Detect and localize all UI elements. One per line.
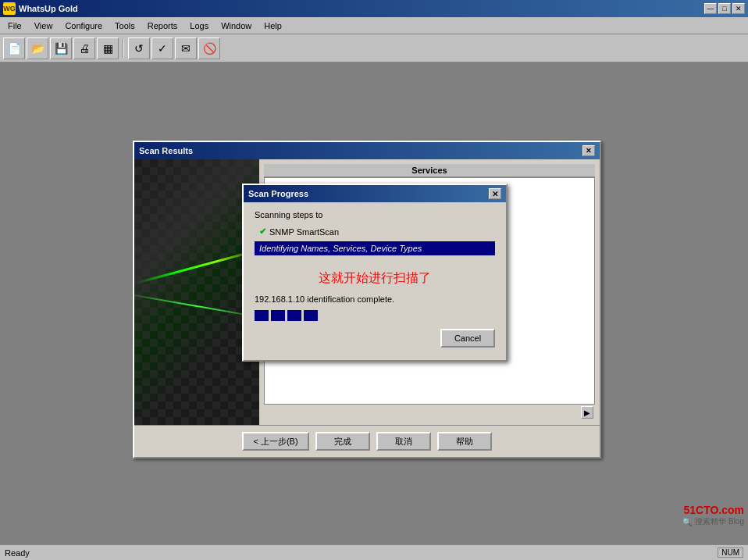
progress-block-4 bbox=[304, 310, 318, 321]
minimize-button[interactable]: — bbox=[704, 3, 717, 14]
scroll-arrow-area: ▶ bbox=[264, 405, 595, 420]
scroll-right-button[interactable]: ▶ bbox=[581, 406, 593, 419]
progress-block-3 bbox=[287, 310, 301, 321]
menu-file[interactable]: File bbox=[2, 20, 28, 32]
scan-results-image bbox=[134, 159, 259, 425]
watermark-51cto: 51CTO.com bbox=[683, 504, 744, 516]
back-button[interactable]: < 上一步(B) bbox=[242, 432, 308, 451]
toolbar-refresh[interactable]: ↺ bbox=[128, 37, 150, 59]
scan-progress-dialog: Scan Progress ✕ Scanning steps to ✔ SNMP… bbox=[242, 184, 508, 362]
toolbar-mail[interactable]: ✉ bbox=[175, 37, 197, 59]
step-identifying-label: Identifying Names, Services, Device Type… bbox=[259, 244, 422, 253]
step-snmp: ✔ SNMP SmartScan bbox=[255, 224, 495, 239]
scan-results-title: Scan Results bbox=[139, 146, 582, 155]
toolbar-save[interactable]: 💾 bbox=[50, 37, 72, 59]
status-text: Ready bbox=[5, 548, 30, 558]
menu-help[interactable]: Help bbox=[258, 20, 288, 32]
scan-results-title-bar: Scan Results ✕ bbox=[134, 142, 600, 159]
menu-window[interactable]: Window bbox=[215, 20, 258, 32]
toolbar-new[interactable]: 📄 bbox=[3, 37, 25, 59]
menu-bar: File View Configure Tools Reports Logs W… bbox=[0, 17, 748, 34]
status-complete-text: 192.168.1.10 identification complete. bbox=[255, 294, 495, 304]
close-button[interactable]: ✕ bbox=[732, 3, 745, 14]
watermark-area: 51CTO.com 🔍 搜索精华 Blog bbox=[682, 504, 744, 527]
checkmark-icon: ✔ bbox=[259, 226, 266, 237]
progress-block-2 bbox=[271, 310, 285, 321]
step-snmp-label: SNMP SmartScan bbox=[269, 227, 339, 237]
window-controls: — □ ✕ bbox=[704, 3, 745, 14]
main-area: Scan Results ✕ Services ▶ < 上一步(B) 完成 bbox=[0, 62, 748, 544]
help-button[interactable]: 帮助 bbox=[437, 432, 492, 451]
app-icon: WG bbox=[3, 2, 16, 15]
scan-progress-title-bar: Scan Progress ✕ bbox=[244, 185, 506, 202]
progress-block-1 bbox=[255, 310, 269, 321]
watermark-bottom-text: 搜索精华 Blog bbox=[695, 516, 744, 527]
scan-results-close-button[interactable]: ✕ bbox=[582, 145, 595, 156]
toolbar: 📄 📂 💾 🖨 ▦ ↺ ✓ ✉ 🚫 bbox=[0, 34, 748, 62]
watermark-icon: 🔍 bbox=[682, 518, 692, 526]
toolbar-grid[interactable]: ▦ bbox=[97, 37, 119, 59]
maximize-button[interactable]: □ bbox=[718, 3, 731, 14]
menu-configure[interactable]: Configure bbox=[59, 20, 109, 32]
toolbar-print[interactable]: 🖨 bbox=[73, 37, 95, 59]
toolbar-open[interactable]: 📂 bbox=[27, 37, 48, 59]
menu-reports[interactable]: Reports bbox=[141, 20, 184, 32]
services-tab-label[interactable]: Services bbox=[264, 164, 595, 177]
scan-progress-close-button[interactable]: ✕ bbox=[489, 188, 501, 199]
scan-results-footer: < 上一步(B) 完成 取消 帮助 bbox=[134, 425, 600, 457]
watermark-sub: 🔍 搜索精华 Blog bbox=[682, 516, 744, 527]
toolbar-check[interactable]: ✓ bbox=[151, 37, 173, 59]
progress-bar bbox=[255, 310, 495, 321]
menu-tools[interactable]: Tools bbox=[109, 20, 141, 32]
menu-view[interactable]: View bbox=[28, 20, 59, 32]
scan-progress-footer: Cancel bbox=[255, 329, 495, 352]
num-badge: NUM bbox=[718, 548, 743, 558]
chinese-status-text: 这就开始进行扫描了 bbox=[255, 258, 495, 294]
app-title: WhatsUp Gold bbox=[19, 4, 704, 13]
toolbar-cancel[interactable]: 🚫 bbox=[198, 37, 220, 59]
scanning-steps-label: Scanning steps to bbox=[255, 210, 495, 219]
laser-background bbox=[134, 159, 259, 425]
menu-logs[interactable]: Logs bbox=[183, 20, 215, 32]
status-right: NUM bbox=[718, 548, 743, 558]
checkerboard-overlay bbox=[134, 159, 259, 425]
title-bar: WG WhatsUp Gold — □ ✕ bbox=[0, 0, 748, 17]
status-bar: Ready NUM bbox=[0, 544, 748, 560]
step-identifying: Identifying Names, Services, Device Type… bbox=[255, 241, 495, 255]
cancel-footer-button[interactable]: 取消 bbox=[376, 432, 431, 451]
scan-cancel-button[interactable]: Cancel bbox=[440, 329, 495, 348]
toolbar-separator-1 bbox=[123, 39, 124, 58]
finish-button[interactable]: 完成 bbox=[315, 432, 370, 451]
scan-progress-body: Scanning steps to ✔ SNMP SmartScan Ident… bbox=[244, 202, 506, 360]
scan-progress-title: Scan Progress bbox=[248, 189, 489, 198]
